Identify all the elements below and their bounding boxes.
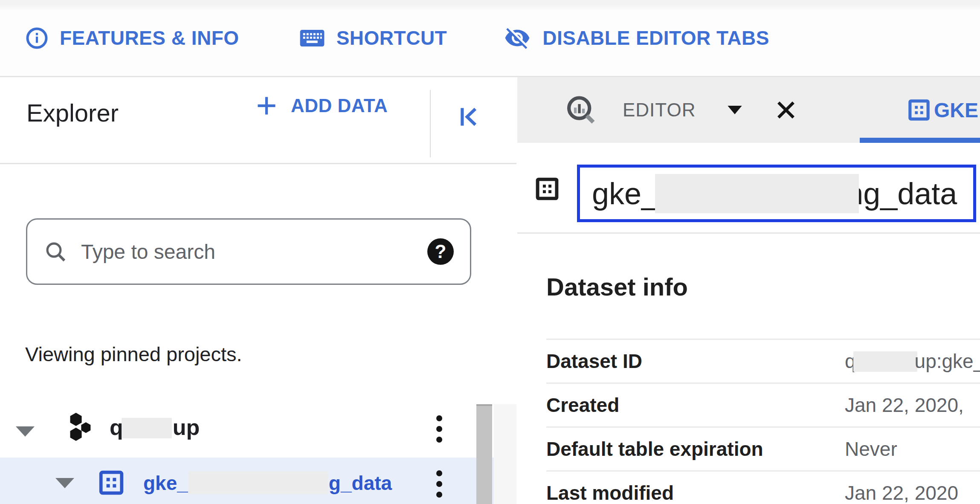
features-info-label: FEATURES & INFO: [60, 26, 239, 49]
table-row: Dataset ID qup:gke_: [546, 339, 980, 382]
redaction: [655, 174, 859, 213]
row-value: Jan 22, 2020: [845, 481, 958, 504]
disable-editor-tabs-button[interactable]: DISABLE EDITOR TABS: [503, 25, 769, 51]
dataset-info-heading: Dataset info: [546, 272, 688, 301]
tab-gke-dataset[interactable]: GKE: [858, 77, 980, 143]
table-row: Last modified Jan 22, 2020: [546, 470, 980, 504]
search-help-icon[interactable]: ?: [427, 238, 454, 265]
disable-editor-tabs-label: DISABLE EDITOR TABS: [542, 26, 769, 49]
chevron-down-icon[interactable]: [726, 104, 743, 116]
row-value: Jan 22, 2020,: [845, 394, 964, 417]
features-info-button[interactable]: FEATURES & INFO: [25, 26, 239, 50]
tree-row-project[interactable]: qup: [0, 406, 516, 458]
top-toolbar: FEATURES & INFO SHORTCUT DI: [0, 0, 980, 77]
add-data-label: ADD DATA: [291, 95, 388, 116]
row-label: Dataset ID: [546, 350, 845, 373]
row-label: Default table expiration: [546, 437, 845, 461]
scrollbar-thumb[interactable]: [476, 404, 492, 504]
explorer-panel: Explorer ADD DATA ?: [0, 77, 516, 504]
project-menu-button[interactable]: [435, 415, 443, 443]
shortcut-button[interactable]: SHORTCUT: [299, 26, 447, 49]
dataset-icon: [535, 177, 559, 201]
dataset-name: gke_g_data: [143, 471, 392, 495]
table-row: Created Jan 22, 2020,: [546, 382, 980, 426]
expander-down-icon[interactable]: [15, 426, 35, 437]
plus-icon: [254, 93, 279, 118]
search-icon: [43, 240, 67, 264]
scrollbar-track: [494, 404, 516, 504]
redaction: [853, 351, 917, 372]
collapse-panel-button[interactable]: [457, 104, 484, 130]
keyboard-icon: [299, 27, 325, 49]
info-icon: [25, 26, 49, 50]
tree-row-dataset[interactable]: gke_g_data: [0, 458, 516, 504]
shortcut-label: SHORTCUT: [336, 26, 447, 49]
eye-off-icon: [503, 25, 531, 51]
query-editor-icon: [565, 93, 597, 127]
project-name: qup: [110, 414, 200, 440]
redaction: [122, 418, 172, 438]
viewing-pinned-note: Viewing pinned projects.: [25, 342, 242, 366]
collapse-left-icon: [457, 104, 484, 130]
expander-down-icon[interactable]: [55, 477, 75, 489]
dataset-menu-button[interactable]: [435, 470, 443, 498]
project-icon: [62, 411, 92, 441]
table-row: Default table expiration Never: [546, 426, 980, 470]
redaction: [188, 471, 328, 494]
row-value: qup:gke_: [845, 350, 980, 373]
header-divider: [430, 90, 431, 157]
add-data-button[interactable]: ADD DATA: [254, 93, 388, 118]
dataset-title-suffix: ng_data: [846, 176, 957, 211]
dataset-info-table: Dataset ID qup:gke_ Created Jan 22, 2020…: [546, 339, 980, 504]
close-tab-icon[interactable]: [773, 97, 799, 123]
explorer-title: Explorer: [26, 98, 119, 127]
active-tab-indicator: [860, 138, 980, 143]
tab-editor[interactable]: EDITOR: [565, 77, 799, 143]
dataset-title-row: gke_ng_data: [517, 143, 980, 233]
explorer-header: Explorer ADD DATA: [0, 77, 516, 164]
dataset-title-prefix: gke_: [592, 176, 658, 211]
search-box: ?: [26, 218, 471, 285]
tab-editor-label: EDITOR: [623, 99, 696, 121]
dataset-icon: [98, 469, 125, 496]
bigquery-console: FEATURES & INFO SHORTCUT DI: [0, 0, 980, 504]
search-input[interactable]: [80, 240, 427, 264]
tab-gke-label: GKE: [934, 98, 978, 122]
row-label: Created: [546, 394, 845, 417]
editor-tabbar: EDITOR GKE: [517, 77, 980, 143]
section-divider: [517, 232, 980, 234]
row-label: Last modified: [546, 481, 845, 504]
row-value: Never: [845, 437, 897, 461]
editor-panel: EDITOR GKE: [517, 77, 980, 504]
dataset-icon: [908, 98, 931, 122]
dataset-title-field[interactable]: gke_ng_data: [577, 165, 976, 222]
